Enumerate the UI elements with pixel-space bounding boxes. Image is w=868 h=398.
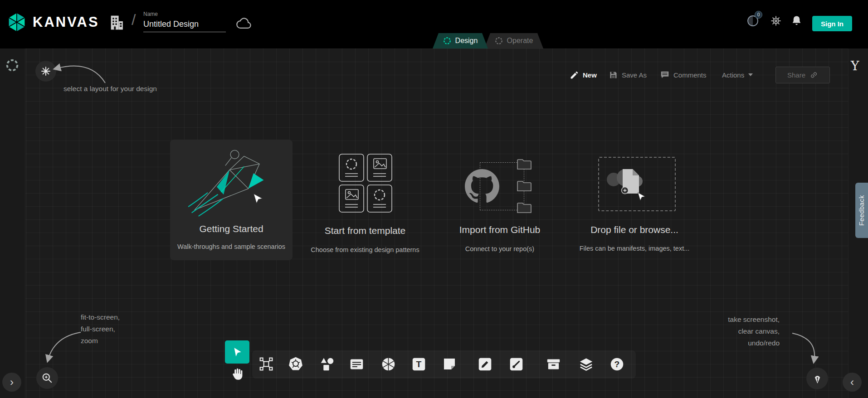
drop-cursor-icon [637, 192, 646, 201]
card-subtitle: Connect to your repo(s) [436, 245, 563, 252]
kanvas-logo-icon [6, 12, 27, 33]
drawer-tool[interactable] [545, 356, 561, 372]
notifications-bell-icon[interactable] [790, 15, 803, 27]
brush-tool-icon [509, 357, 524, 372]
screenshot-hint-text: take screenshot, clear canvas, undo/redo [689, 314, 780, 349]
design-name-label: Name [143, 11, 226, 17]
logo-wordmark: KANVAS [33, 14, 99, 30]
text-tool[interactable]: T [410, 356, 427, 372]
help-tool[interactable]: ? [609, 356, 625, 372]
pen-tool-icon [478, 357, 493, 372]
collapse-panel-button[interactable]: ‹ [843, 373, 862, 392]
note-tool[interactable] [441, 356, 458, 372]
settings-gear-icon[interactable] [770, 15, 782, 27]
operate-tab-icon [495, 37, 503, 45]
top-bar: KANVAS / Name [0, 0, 868, 49]
feedback-tab[interactable]: Feedback [855, 183, 868, 238]
help-icon: ? [610, 357, 624, 372]
actions-dropdown[interactable]: Actions [722, 69, 753, 81]
card-subtitle: Choose from existing design patterns [302, 246, 429, 253]
github-icon [465, 169, 499, 204]
loading-spinner-icon [5, 58, 19, 72]
zoom-button[interactable] [36, 367, 58, 389]
save-icon [609, 70, 618, 80]
screenshot-hint-arrow [787, 326, 828, 367]
drawer-icon [546, 357, 561, 372]
pen-tool[interactable] [477, 356, 493, 372]
card-title: Drop file or browse... [571, 224, 698, 235]
chevron-left-icon: ‹ [850, 376, 854, 388]
getting-started-illustration [179, 146, 283, 218]
pen-nib-icon [812, 373, 823, 384]
meshery-icon [381, 357, 396, 372]
kubernetes-icon [288, 356, 303, 372]
link-icon [809, 71, 818, 79]
layer5-logo: Y [851, 58, 859, 73]
cursor-arrow-icon [231, 346, 243, 358]
annotation-tool[interactable] [348, 356, 365, 372]
expand-panel-button[interactable]: › [2, 373, 21, 392]
kubernetes-tool[interactable] [288, 356, 304, 372]
mode-tabs: Design Operate [433, 33, 543, 49]
pen-actions-button[interactable] [806, 368, 828, 389]
design-name-group: Name [143, 11, 226, 32]
card-title: Getting Started [170, 223, 293, 234]
credits-badge: 0 [755, 11, 762, 19]
templates-icon [339, 154, 392, 213]
mouse-cursor [252, 193, 264, 204]
layout-hint-text: select a layout for your design [63, 83, 157, 95]
zoom-hint-arrow [41, 324, 84, 367]
shapes-tool[interactable] [319, 356, 335, 372]
card-subtitle: Files can be manifests, images, text... [571, 245, 698, 252]
svg-text:?: ? [614, 359, 619, 369]
design-canvas[interactable]: Y select a layout for your design New [0, 49, 868, 398]
card-title: Start from template [302, 225, 429, 236]
breadcrumb-separator: / [132, 11, 136, 29]
shapes-icon [320, 357, 335, 372]
zoom-hint-text: fit-to-screen, full-screen, zoom [81, 311, 120, 347]
share-button[interactable]: Share [775, 67, 830, 83]
design-tab-icon [443, 37, 451, 45]
pan-tool[interactable] [229, 366, 245, 382]
component-tool[interactable] [258, 356, 274, 372]
select-tool[interactable] [225, 340, 249, 364]
repo-folders-icon [516, 157, 534, 216]
meshery-tool[interactable] [380, 356, 396, 372]
component-icon [259, 357, 273, 371]
svg-text:T: T [416, 359, 421, 369]
kanvas-app: KANVAS / Name [0, 0, 868, 398]
layers-icon [579, 357, 594, 372]
annotation-icon [349, 357, 364, 372]
upload-file-icon [620, 168, 641, 194]
text-tool-icon: T [411, 357, 426, 372]
card-title: Import from GitHub [436, 224, 563, 235]
tab-operate[interactable]: Operate [484, 33, 543, 49]
card-subtitle: Walk-throughs and sample scenarios [170, 243, 293, 250]
chevron-down-icon [748, 73, 753, 77]
cloud-sync-icon[interactable] [235, 16, 254, 31]
organization-icon[interactable] [108, 14, 125, 32]
hand-icon [230, 367, 244, 381]
new-button[interactable]: New [570, 69, 597, 81]
note-icon [442, 357, 457, 371]
magnifier-icon [41, 372, 53, 384]
brush-tool[interactable] [508, 356, 524, 372]
design-name-input[interactable] [143, 19, 226, 32]
tab-design[interactable]: Design [433, 33, 488, 49]
comments-icon [660, 70, 670, 80]
layers-tool[interactable] [578, 356, 594, 372]
pencil-icon [570, 70, 579, 80]
kanvas-logo[interactable]: KANVAS [6, 12, 99, 33]
layout-hint-arrow [45, 55, 109, 87]
sign-in-button[interactable]: Sign In [812, 16, 852, 31]
chevron-right-icon: › [10, 376, 14, 388]
save-as-button[interactable]: Save As [609, 69, 647, 81]
left-rail [0, 49, 25, 398]
comments-button[interactable]: Comments [660, 69, 707, 81]
